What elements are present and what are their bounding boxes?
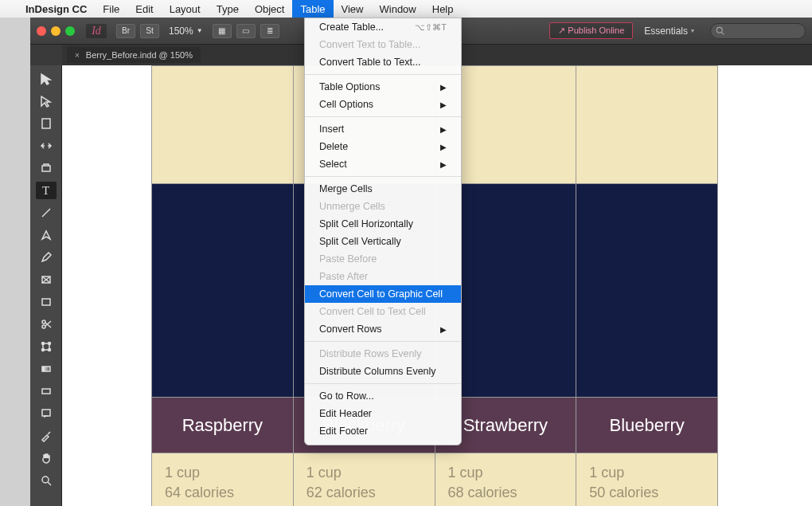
menu-item-convert-cell-to-text-cell: Convert Cell to Text Cell: [305, 303, 461, 320]
menu-item-label: Paste After: [319, 271, 368, 282]
menu-edit[interactable]: Edit: [127, 0, 161, 18]
minimize-window[interactable]: [51, 26, 61, 36]
hand-tool[interactable]: [36, 449, 57, 467]
menu-help[interactable]: Help: [424, 0, 462, 18]
view-options-icon[interactable]: ▦: [213, 24, 232, 38]
calories-text: 68 calories: [448, 483, 564, 503]
gradient-swatch-tool[interactable]: [36, 360, 57, 378]
menu-item-label: Distribute Columns Evenly: [319, 366, 436, 377]
menu-item-create-table[interactable]: Create Table...⌥⇧⌘T: [305, 18, 461, 36]
eyedropper-tool[interactable]: [36, 427, 57, 445]
type-tool[interactable]: T: [36, 182, 57, 199]
mac-menubar: InDesign CC FileEditLayoutTypeObjectTabl…: [0, 0, 812, 18]
workspace-label: Essentials: [644, 25, 688, 37]
pen-tool[interactable]: [36, 226, 57, 244]
close-tab-icon[interactable]: ×: [75, 51, 80, 60]
selection-tool[interactable]: [36, 70, 57, 88]
zoom-window[interactable]: [65, 26, 75, 36]
menu-window[interactable]: Window: [372, 0, 424, 18]
menu-item-unmerge-cells: Unmerge Cells: [305, 198, 461, 215]
publish-online-button[interactable]: ↗ Publish Online: [549, 22, 633, 39]
table-header-cell[interactable]: Blueberry: [576, 398, 718, 453]
serving-text: 1 cup: [589, 463, 705, 483]
line-tool[interactable]: [36, 204, 57, 222]
menu-item-merge-cells[interactable]: Merge Cells: [305, 180, 461, 198]
screen-mode-icon[interactable]: ▭: [236, 24, 256, 38]
menu-item-label: Merge Cells: [319, 183, 373, 194]
menu-item-go-to-row[interactable]: Go to Row...: [305, 387, 461, 405]
menu-separator: [305, 383, 461, 384]
menu-item-label: Create Table...: [319, 22, 384, 33]
page-tool[interactable]: [36, 115, 57, 132]
bridge-icon[interactable]: Br: [116, 24, 135, 38]
menu-item-cell-options[interactable]: Cell Options▶: [305, 96, 461, 113]
svg-rect-17: [42, 389, 50, 394]
menu-item-convert-text-to-table: Convert Text to Table...: [305, 36, 461, 53]
menu-table[interactable]: Table: [292, 0, 333, 18]
svg-rect-3: [42, 166, 50, 171]
submenu-arrow-icon: ▶: [440, 100, 447, 109]
menu-item-edit-header[interactable]: Edit Header: [305, 405, 461, 422]
table-header-cell[interactable]: Raspberry: [152, 398, 294, 453]
arrange-icon[interactable]: ≣: [260, 24, 279, 38]
menu-type[interactable]: Type: [209, 0, 247, 18]
search-input[interactable]: [710, 23, 806, 39]
menu-object[interactable]: Object: [247, 0, 293, 18]
menu-item-select[interactable]: Select▶: [305, 155, 461, 173]
zoom-tool[interactable]: [36, 472, 57, 489]
menu-item-insert[interactable]: Insert▶: [305, 120, 461, 138]
table-cell[interactable]: 1 cup64 calories: [152, 453, 294, 507]
pencil-tool[interactable]: [36, 249, 57, 266]
app-name[interactable]: InDesign CC: [18, 3, 95, 15]
menu-item-convert-table-to-text[interactable]: Convert Table to Text...: [305, 53, 461, 71]
table-row[interactable]: 1 cup64 calories 1 cup62 calories 1 cup6…: [152, 453, 718, 507]
menu-item-edit-footer[interactable]: Edit Footer: [305, 422, 461, 440]
menu-item-table-options[interactable]: Table Options▶: [305, 78, 461, 96]
content-collector-tool[interactable]: [36, 159, 57, 177]
rectangle-tool[interactable]: [36, 293, 57, 311]
svg-point-0: [716, 27, 722, 33]
table-cell[interactable]: 1 cup68 calories: [435, 453, 576, 507]
menu-file[interactable]: File: [95, 0, 127, 18]
document-tab[interactable]: × Berry_Before.indd @ 150%: [67, 47, 201, 63]
menu-item-split-cell-horizontally[interactable]: Split Cell Horizontally: [305, 215, 461, 233]
menu-layout[interactable]: Layout: [162, 0, 209, 18]
note-tool[interactable]: [36, 405, 57, 422]
menu-item-label: Convert Cell to Text Cell: [319, 306, 426, 317]
menu-separator: [305, 116, 461, 117]
publish-label: Publish Online: [568, 25, 624, 35]
calories-text: 64 calories: [165, 483, 280, 503]
menu-separator: [305, 341, 461, 342]
stock-icon[interactable]: St: [140, 24, 159, 38]
svg-point-10: [42, 325, 45, 328]
menu-item-label: Convert Table to Text...: [319, 57, 420, 68]
zoom-select[interactable]: 150%▼: [164, 25, 208, 37]
table-menu-dropdown: Create Table...⌥⇧⌘TConvert Text to Table…: [304, 18, 462, 445]
free-transform-tool[interactable]: [36, 338, 57, 355]
submenu-arrow-icon: ▶: [440, 160, 447, 169]
menu-item-split-cell-vertically[interactable]: Split Cell Vertically: [305, 233, 461, 250]
menu-view[interactable]: View: [334, 0, 372, 18]
menu-item-label: Split Cell Vertically: [319, 236, 401, 247]
svg-point-12: [41, 343, 44, 345]
menu-item-delete[interactable]: Delete▶: [305, 138, 461, 155]
table-cell[interactable]: 1 cup62 calories: [293, 453, 435, 507]
scissors-tool[interactable]: [36, 316, 57, 333]
zoom-value: 150%: [169, 25, 193, 37]
direct-selection-tool[interactable]: [36, 92, 57, 110]
menu-item-convert-cell-to-graphic-cell[interactable]: Convert Cell to Graphic Cell: [305, 285, 461, 303]
menu-item-distribute-columns-evenly[interactable]: Distribute Columns Evenly: [305, 363, 461, 380]
gap-tool[interactable]: [36, 137, 57, 155]
close-window[interactable]: [37, 26, 46, 36]
table-cell[interactable]: 1 cup50 calories: [576, 453, 718, 507]
menu-item-label: Select: [319, 159, 347, 170]
rectangle-frame-tool[interactable]: [36, 271, 57, 288]
svg-rect-16: [42, 367, 50, 371]
search-icon: [716, 26, 724, 35]
menu-item-label: Convert Cell to Graphic Cell: [319, 288, 443, 300]
workspace-switcher[interactable]: Essentials▾: [638, 25, 701, 37]
menu-item-convert-rows[interactable]: Convert Rows▶: [305, 320, 461, 338]
gradient-feather-tool[interactable]: [36, 382, 57, 400]
serving-text: 1 cup: [448, 463, 564, 483]
menu-item-label: Go to Row...: [319, 390, 374, 402]
